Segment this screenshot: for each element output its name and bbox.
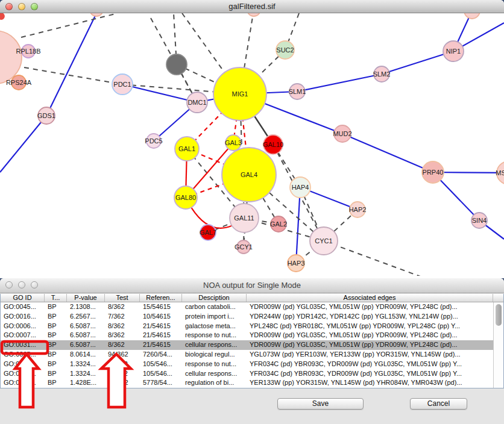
node-label: GAL3 xyxy=(225,139,242,146)
table-cell: 105/546... xyxy=(140,360,182,369)
table-cell: BP xyxy=(45,312,67,322)
node-label: SLM1 xyxy=(289,88,306,95)
table-cell: YGL073W (pd) YER103W, YER133W (pp) YOR31… xyxy=(247,350,494,360)
table-cell: BP xyxy=(45,350,67,360)
network-window-titlebar[interactable]: galFiltered.sif xyxy=(0,0,504,13)
node-label: MUD2 xyxy=(333,130,351,137)
table-cell: BP xyxy=(45,302,67,312)
network-edge[interactable] xyxy=(324,241,422,276)
table-cell: 8.0614... xyxy=(67,350,105,360)
table-cell: carbon cataboli... xyxy=(182,302,247,312)
table-row-selected[interactable]: GO:0031...BP6.5087...8/36221/54615cellul… xyxy=(1,340,494,350)
column-header[interactable]: Associated edges xyxy=(247,294,493,302)
column-header[interactable] xyxy=(493,294,503,302)
column-header[interactable]: GO ID xyxy=(1,294,45,302)
network-canvas[interactable]: RPL18BRPS24AGDS1PDC1DMC1SUC2MIG1SLM1SLM2… xyxy=(0,13,504,276)
column-header[interactable]: Desciption xyxy=(182,294,247,302)
table-cell: YDR009W (pd) YGL035C, YML051W (pp) YDR00… xyxy=(247,302,494,312)
table-cell: 105/546... xyxy=(140,369,182,379)
table-row[interactable]: GO:0031...BP1.3324...11/362105/546...cel… xyxy=(1,369,494,379)
table-body[interactable]: GO:0045...BP2.1308...8/36215/54615carbon… xyxy=(1,302,494,388)
table-cell: 8/362 xyxy=(105,340,140,350)
table-cell: BP xyxy=(45,369,67,379)
table-cell: 8/362 xyxy=(105,331,140,340)
table-cell: 21/54615 xyxy=(140,322,182,331)
scrollbar-thumb[interactable] xyxy=(496,304,502,326)
node-label: GDS1 xyxy=(37,112,55,119)
table-cell: GO:0016... xyxy=(1,312,45,322)
table-cell: YDR009W (pd) YGL035C, YML051W (pp) YDR00… xyxy=(247,331,494,340)
column-header[interactable]: Test xyxy=(105,294,140,302)
node-label: NIP1 xyxy=(446,48,461,55)
table-row[interactable]: GO:0065...BP8.0614...94/3627260/54...bio… xyxy=(1,350,494,360)
vertical-scrollbar[interactable] xyxy=(493,302,503,388)
table-cell: 11/362 xyxy=(105,360,140,369)
node-label: HAP2 xyxy=(349,206,367,213)
table-row[interactable]: GO:0016...BP6.2567...7/36210/54615protei… xyxy=(1,312,494,322)
node-unlabeled[interactable] xyxy=(166,54,187,75)
network-edge[interactable] xyxy=(24,67,122,84)
table-cell: GO:0065... xyxy=(1,350,45,360)
node-unlabeled[interactable] xyxy=(90,13,103,16)
node-label: PDC5 xyxy=(145,137,162,145)
table-cell: cellular respons... xyxy=(182,340,247,350)
table-cell: BP xyxy=(45,331,67,340)
node-unlabeled[interactable] xyxy=(247,13,260,16)
column-header[interactable]: Referen... xyxy=(140,294,182,302)
save-button[interactable]: Save xyxy=(277,398,364,410)
node-label: MIG1 xyxy=(232,90,248,98)
noa-results-table: GO IDT...P-valueTestReferen...Desciption… xyxy=(0,294,504,388)
node-label: SLM2 xyxy=(373,70,391,78)
table-cell: 2.1308... xyxy=(67,302,105,312)
table-cell: GO:0050... xyxy=(1,378,45,388)
node-label: RPL18B xyxy=(16,48,41,55)
cancel-button[interactable]: Cancel xyxy=(410,398,467,410)
column-header[interactable]: T... xyxy=(45,294,67,302)
network-svg[interactable]: RPL18BRPS24AGDS1PDC1DMC1SUC2MIG1SLM1SLM2… xyxy=(0,13,504,276)
table-cell: cellular respons... xyxy=(182,369,247,379)
network-window-title: galFiltered.sif xyxy=(0,2,504,11)
node-label: CYC1 xyxy=(315,237,332,245)
network-edge[interactable] xyxy=(382,51,453,74)
table-cell: GO:0031... xyxy=(1,340,45,350)
node-label: GAL4 xyxy=(241,171,257,178)
node-label: GAL11 xyxy=(234,214,254,222)
table-row[interactable]: GO:0050...BP1.428E...80/3625778/54...reg… xyxy=(1,378,494,388)
noa-window: NOA output for Single Mode GO IDT...P-va… xyxy=(0,278,504,424)
table-row[interactable]: GO:0045...BP2.1308...8/36215/54615carbon… xyxy=(1,302,494,312)
node-label: GAL2 xyxy=(270,220,287,228)
network-edge[interactable] xyxy=(342,134,433,172)
node-label: GAL7 xyxy=(200,229,216,236)
table-cell: 6.5087... xyxy=(67,322,105,331)
node-label: SIN4 xyxy=(472,217,487,224)
noa-window-title: NOA output for Single Mode xyxy=(0,281,504,290)
table-cell: 7/362 xyxy=(105,312,140,322)
table-cell: response to nut... xyxy=(182,331,247,340)
network-edge[interactable] xyxy=(0,116,46,172)
table-cell: 94/362 xyxy=(105,350,140,360)
table-row[interactable]: GO:0031...BP1.3324...11/362105/546...res… xyxy=(1,360,494,369)
table-cell: 15/54615 xyxy=(140,302,182,312)
table-cell: YDR244W (pp) YDR142C, YDR142C (pp) YGL15… xyxy=(247,312,494,322)
node-label: GAL1 xyxy=(178,145,195,152)
table-cell: 21/54615 xyxy=(140,331,182,340)
noa-window-titlebar[interactable]: NOA output for Single Mode xyxy=(0,278,504,293)
table-cell: YER133W (pp) YOR315W, YNL145W (pd) YHR08… xyxy=(247,378,494,388)
column-header[interactable]: P-value xyxy=(67,294,105,302)
node-label: HAP4 xyxy=(292,184,309,191)
table-cell: protein import i... xyxy=(182,312,247,322)
network-edge[interactable] xyxy=(21,13,118,37)
table-cell: response to nut... xyxy=(182,360,247,369)
node-label: PRP40 xyxy=(423,169,444,176)
table-row[interactable]: GO:0006...BP6.5087...8/36221/54615galact… xyxy=(1,322,494,331)
node-unlabeled[interactable] xyxy=(0,13,4,19)
network-edge[interactable] xyxy=(46,13,96,116)
table-cell: regulation of bi... xyxy=(182,378,247,388)
node-label: DMC1 xyxy=(187,99,206,106)
network-edge[interactable] xyxy=(297,74,382,92)
node-unlabeled[interactable] xyxy=(464,13,480,19)
table-cell: GO:0006... xyxy=(1,322,45,331)
table-row[interactable]: GO:0007...BP6.5087...8/36221/54615respon… xyxy=(1,331,494,340)
node-label: PDC1 xyxy=(113,81,131,88)
network-edge[interactable] xyxy=(296,187,300,263)
